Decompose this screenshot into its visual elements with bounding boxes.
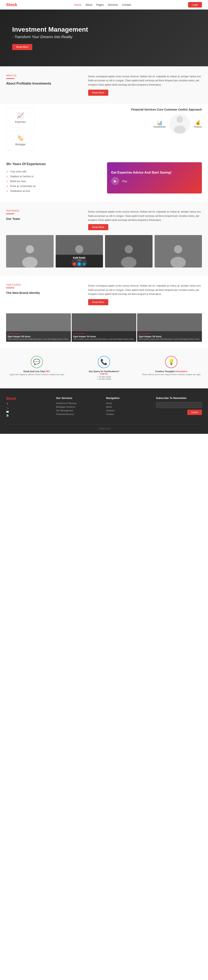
footer-grid: Stock 📍 📞 ✉️ 🖨️ Our Services Investment …: [6, 396, 202, 418]
team-img-4: [155, 235, 202, 267]
about-label: ABOUT US: [6, 75, 82, 77]
footer-phone: 📞: [6, 407, 52, 409]
svg-point-9: [170, 257, 186, 267]
mortgage-icon: 🏷️: [10, 135, 30, 142]
contact-item-chat: 💬 Email And Live Chat 24/7 Ligula sed ma…: [6, 356, 67, 380]
hero-section: Investment Management - Transform Your D…: [0, 10, 208, 66]
footer-service-link-2[interactable]: Mortgage Solutions: [56, 406, 75, 408]
linkedin-icon[interactable]: in: [82, 262, 86, 266]
list-item: ✓ Porta ac consectetur ac: [6, 184, 101, 189]
contact-chat-label: Email And Live Chat 24/7: [6, 370, 67, 372]
list-item: Services: [106, 409, 152, 412]
divider: [6, 78, 14, 79]
cta-box: Get Expertise Advice And Start Saving! ▶…: [107, 162, 202, 194]
finance-label: Finance: [194, 126, 202, 128]
case-tag-2: CASE STUDY: [73, 333, 135, 335]
expenses-icon: 📈: [10, 112, 30, 119]
svg-point-0: [176, 116, 183, 123]
footer-newsletter-title: Subscribe To Newsletter: [156, 396, 202, 399]
team-label: OUR PEOPLE: [6, 210, 82, 212]
financial-item-finance: 💰 Finance: [194, 120, 202, 128]
team-social: f t in: [57, 262, 102, 266]
service-card-expenses: 📈 Expenses: [6, 108, 35, 127]
financial-person-image: [170, 114, 190, 134]
team-card-2: Kelli Smith Ceo f t in: [56, 235, 103, 267]
list-item: Home: [106, 402, 152, 404]
logo: Stock: [6, 2, 17, 7]
team-title: Our Team: [6, 217, 82, 220]
twitter-icon[interactable]: t: [77, 262, 81, 266]
financial-section: Financial Services Core Customer Centric…: [41, 108, 202, 134]
svg-point-2: [26, 245, 34, 253]
list-item: Tax Management: [56, 409, 102, 412]
contact-ideas-label: Creative Thoughts Informatics: [141, 370, 202, 372]
nav-home[interactable]: Home: [74, 3, 81, 6]
login-button[interactable]: Login: [188, 2, 202, 8]
newsletter-submit-button[interactable]: submit: [187, 410, 202, 415]
mortgage-label: Mortgage: [10, 143, 30, 146]
experience-list: ✓ Cras iusto odio ✓ Dapibus ac facilisis…: [6, 169, 101, 194]
divider: [6, 288, 14, 288]
footer-service-link-3[interactable]: Tax Management: [56, 409, 73, 412]
svg-point-8: [174, 245, 182, 253]
footer-nav-link-4[interactable]: Contact: [106, 413, 114, 415]
about-read-more-button[interactable]: Read More: [88, 90, 108, 96]
team-right: Donec consequat sapien ut leo cursus rho…: [88, 210, 202, 230]
check-icon: ✓: [6, 185, 8, 188]
experience-right: Get Expertise Advice And Start Saving! ▶…: [107, 162, 202, 194]
nav-pages[interactable]: Pages: [96, 3, 104, 6]
case-images: CASE STUDY Eget Integer Sit Amet. Sed Fa…: [0, 313, 208, 348]
svg-point-4: [75, 245, 83, 253]
divider: [6, 213, 14, 214]
play-area: ▶ Play: [111, 177, 198, 185]
cta-title: Get Expertise Advice And Start Saving!: [111, 171, 198, 174]
about-section: ABOUT US About Profitable Investments Do…: [0, 66, 208, 104]
footer-fax: 🖨️: [6, 414, 52, 417]
footer-service-link-4[interactable]: Financial Advisory: [56, 413, 74, 415]
newsletter-input[interactable]: [156, 402, 202, 408]
team-description: Donec consequat sapien ut leo cursus rho…: [88, 210, 202, 222]
svg-point-6: [125, 245, 133, 253]
case-tag-3: CASE STUDY: [139, 333, 200, 335]
footer-col-nav: Navigation Home About Services Contact: [106, 396, 152, 418]
team-section: OUR PEOPLE Our Team Donec consequat sapi…: [0, 202, 208, 275]
team-card-1: [6, 235, 54, 267]
play-button[interactable]: ▶: [111, 177, 119, 185]
contact-section: 💬 Email And Live Chat 24/7 Ligula sed ma…: [0, 348, 208, 388]
email-icon: ✉️: [6, 410, 9, 413]
footer-nav-list: Home About Services Contact: [106, 402, 152, 415]
case-title-2: Eget Integer Sit Amet.: [73, 335, 135, 338]
footer-nav-link-3[interactable]: Services: [106, 409, 115, 412]
ideas-icon: 💡: [168, 359, 175, 365]
nav-services[interactable]: Services: [108, 3, 118, 6]
case-desc-1: Sed Facilisis Lectus Nam Risit Elementum…: [8, 338, 69, 340]
experience-title: 30+ Years Of Experiences: [6, 162, 101, 166]
list-item: About: [106, 406, 152, 408]
footer-logo: Stock: [6, 396, 52, 401]
facebook-icon[interactable]: f: [72, 262, 76, 266]
list-item: ✓ Morbi leo risus: [6, 179, 101, 184]
footer-nav-link-1[interactable]: Home: [106, 402, 112, 404]
svg-point-1: [174, 126, 186, 133]
footer-service-link-1[interactable]: Investment Planning: [56, 402, 76, 404]
brand-read-more-button[interactable]: Read More: [88, 299, 108, 305]
hero-read-more-button[interactable]: Read More: [12, 44, 32, 50]
team-img-1: [6, 235, 54, 267]
nav-about[interactable]: About: [85, 3, 92, 6]
footer-address: 📍: [6, 403, 52, 406]
about-description: Donec consequat sapien ut leo cursus rho…: [88, 75, 202, 87]
hero-subtitle: - Transform Your Dreams Into Reality: [12, 35, 200, 39]
footer-nav-link-2[interactable]: About: [106, 406, 112, 408]
team-read-more-button[interactable]: Read More: [88, 224, 108, 230]
case-tag-1: CASE STUDY: [8, 333, 69, 335]
nav-menu: Home About Pages Services Contact: [74, 3, 131, 6]
team-img-3: [105, 235, 152, 267]
brand-left: CASE STUDIES The New Brand Identity: [6, 284, 82, 305]
list-item: Investment Planning: [56, 402, 102, 404]
services-cards: 📈 Expenses 🏷️ Mortgage: [6, 108, 35, 150]
list-item: ✓ Cras iusto odio: [6, 169, 101, 174]
services-financial-section: 📈 Expenses 🏷️ Mortgage Financial Service…: [0, 104, 208, 154]
contact-phone-label: Any Query Or Clarifications? Call Us: [73, 370, 134, 375]
case-desc-3: Sed Facilisis Lectus Nam Risit Elementum…: [139, 338, 200, 340]
nav-contact[interactable]: Contact: [122, 3, 131, 6]
